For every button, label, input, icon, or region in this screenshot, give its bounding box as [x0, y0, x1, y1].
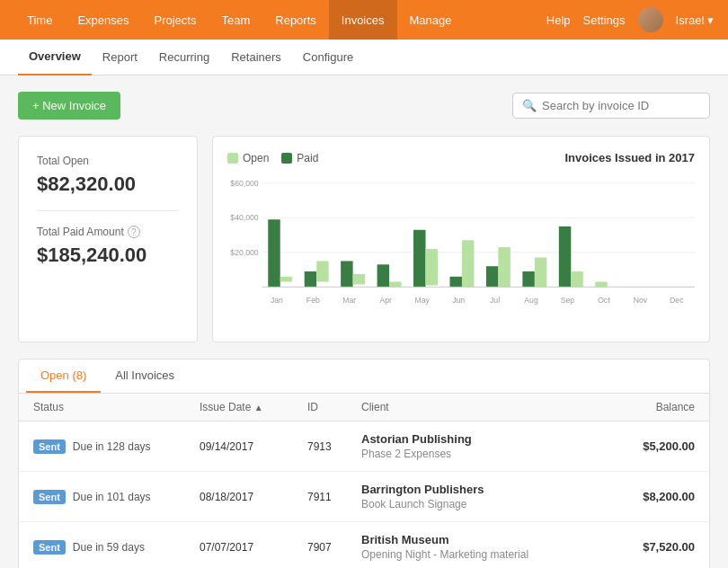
new-invoice-button[interactable]: + New Invoice [18, 92, 120, 120]
chart-header: Open Paid Invoices Issued in 2017 [227, 151, 695, 164]
tabs-container: Open (8) All Invoices Status Issue Date … [18, 359, 710, 568]
svg-text:$40,000: $40,000 [230, 213, 258, 222]
col-balance: $7,520.00 [596, 540, 695, 554]
svg-text:Dec: Dec [670, 296, 684, 305]
total-paid-label: Total Paid Amount ? [37, 226, 179, 238]
svg-rect-23 [462, 240, 474, 287]
sent-badge: Sent [33, 490, 66, 504]
help-link[interactable]: Help [546, 13, 571, 27]
col-id: 7907 [307, 541, 361, 554]
client-sub: Book Launch Signage [361, 498, 596, 510]
svg-rect-26 [498, 247, 510, 287]
nav-right: Help Settings Israel ▾ [546, 7, 714, 32]
svg-text:$60,000: $60,000 [230, 179, 258, 188]
stats-card: Total Open $82,320.00 Total Paid Amount … [18, 136, 198, 342]
svg-text:May: May [414, 296, 430, 305]
col-header-id: ID [307, 401, 361, 413]
svg-rect-19 [413, 230, 425, 288]
total-paid-value: $185,240.00 [37, 244, 179, 267]
tabs-row: Open (8) All Invoices [19, 359, 709, 394]
col-issue-date: 08/18/2017 [200, 491, 307, 503]
legend-open-dot [227, 153, 238, 164]
toolbar: + New Invoice 🔍 [18, 92, 710, 120]
help-icon[interactable]: ? [128, 226, 140, 238]
nav-item-invoices[interactable]: Invoices [329, 0, 397, 40]
svg-text:Jul: Jul [490, 296, 500, 305]
col-balance: $5,200.00 [596, 439, 695, 453]
svg-text:Mar: Mar [342, 296, 356, 305]
table-header: Status Issue Date ▲ ID Client Balance [19, 394, 709, 422]
svg-rect-28 [522, 271, 534, 287]
svg-rect-16 [377, 264, 389, 287]
legend-paid: Paid [281, 152, 318, 164]
table-row[interactable]: Sent Due in 128 days 09/14/2017 7913 Ast… [19, 422, 709, 472]
settings-link[interactable]: Settings [583, 13, 626, 27]
sub-nav-item-configure[interactable]: Configure [292, 40, 364, 75]
sub-nav-item-retainers[interactable]: Retainers [220, 40, 292, 75]
col-client: Astorian Publishing Phase 2 Expenses [361, 432, 596, 460]
svg-text:Jun: Jun [452, 296, 465, 305]
bar-chart-svg: $60,000 $40,000 $20,000 Jan Feb Mar Apr [227, 172, 695, 324]
stats-chart-row: Total Open $82,320.00 Total Paid Amount … [18, 136, 710, 342]
client-sub: Opening Night - Marketing material [361, 548, 596, 561]
total-open-value: $82,320.00 [37, 173, 179, 196]
nav-item-time[interactable]: Time [14, 0, 65, 40]
svg-rect-31 [559, 226, 571, 287]
sub-nav-item-recurring[interactable]: Recurring [148, 40, 220, 75]
svg-rect-11 [316, 261, 328, 281]
svg-rect-8 [280, 277, 292, 282]
col-issue-date: 07/07/2017 [200, 541, 307, 554]
total-open-label: Total Open [37, 155, 179, 167]
sub-nav-item-overview[interactable]: Overview [18, 40, 92, 75]
tab-all-invoices[interactable]: All Invoices [101, 359, 189, 393]
svg-text:Sep: Sep [561, 296, 575, 305]
legend-paid-dot [281, 153, 292, 164]
col-status: Sent Due in 59 days [33, 540, 200, 555]
nav-item-projects[interactable]: Projects [142, 0, 209, 40]
client-name: Astorian Publishing [361, 432, 596, 446]
col-client: Barrington Publishers Book Launch Signag… [361, 483, 596, 510]
chart-title: Invoices Issued in 2017 [564, 151, 695, 164]
svg-rect-17 [389, 282, 401, 288]
search-input[interactable] [542, 99, 700, 112]
svg-rect-32 [571, 271, 582, 287]
sent-badge: Sent [33, 540, 66, 555]
col-id: 7911 [307, 491, 361, 503]
chart-card: Open Paid Invoices Issued in 2017 $60,00 [212, 136, 710, 342]
nav-item-reports[interactable]: Reports [262, 0, 329, 40]
svg-rect-10 [305, 271, 316, 287]
svg-text:Oct: Oct [598, 296, 610, 305]
client-sub: Phase 2 Expenses [361, 448, 596, 460]
search-icon: 🔍 [522, 99, 537, 112]
due-text: Due in 101 days [73, 491, 151, 503]
user-name[interactable]: Israel ▾ [676, 13, 714, 27]
svg-text:Aug: Aug [524, 296, 538, 305]
svg-text:Jan: Jan [271, 296, 283, 305]
table-row[interactable]: Sent Due in 59 days 07/07/2017 7907 Brit… [19, 522, 709, 568]
col-status: Sent Due in 101 days [33, 490, 200, 504]
sub-nav-item-report[interactable]: Report [92, 40, 148, 75]
top-nav: Time Expenses Projects Team Reports Invo… [0, 0, 728, 40]
client-name: Barrington Publishers [361, 483, 596, 496]
svg-rect-25 [486, 266, 498, 287]
search-box: 🔍 [512, 93, 710, 119]
col-balance: $8,200.00 [596, 490, 695, 503]
sort-icon: ▲ [254, 403, 263, 413]
col-client: British Museum Opening Night - Marketing… [361, 533, 596, 561]
svg-rect-7 [268, 219, 280, 287]
col-status: Sent Due in 128 days [33, 439, 200, 454]
svg-rect-29 [535, 258, 546, 288]
nav-item-manage[interactable]: Manage [397, 0, 465, 40]
avatar [638, 7, 663, 32]
col-header-issue-date[interactable]: Issue Date ▲ [200, 401, 307, 413]
col-header-status: Status [33, 401, 200, 413]
due-text: Due in 128 days [73, 440, 151, 453]
svg-text:Feb: Feb [306, 296, 320, 305]
col-issue-date: 09/14/2017 [200, 440, 307, 453]
nav-item-expenses[interactable]: Expenses [65, 0, 141, 40]
tab-open[interactable]: Open (8) [26, 359, 101, 393]
nav-item-team[interactable]: Team [209, 0, 262, 40]
sent-badge: Sent [33, 439, 66, 454]
client-name: British Museum [361, 533, 596, 546]
table-row[interactable]: Sent Due in 101 days 08/18/2017 7911 Bar… [19, 472, 709, 522]
